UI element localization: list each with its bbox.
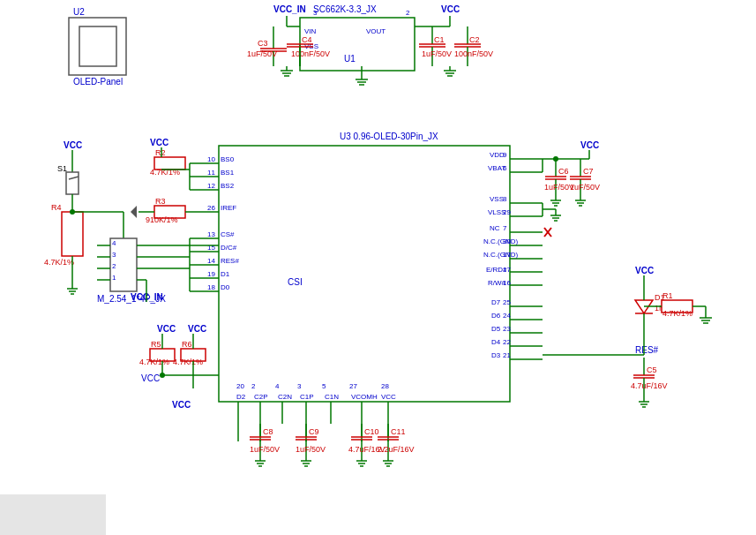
u1-vin: VIN: [304, 27, 317, 35]
svg-text:20: 20: [236, 382, 244, 390]
svg-text:18: 18: [207, 283, 215, 291]
c9-val: 1uF/50V: [296, 445, 326, 454]
svg-text:5: 5: [322, 382, 326, 390]
u1-ref: U1: [344, 54, 356, 64]
vcc-in-top: VCC_IN: [273, 4, 306, 14]
c1-val: 1uF/50V: [422, 49, 452, 58]
d1-pin-label: D1: [221, 270, 230, 278]
c11-ref: C11: [391, 427, 406, 436]
svg-text:12: 12: [207, 182, 215, 190]
svg-text:26: 26: [207, 204, 215, 212]
res-right-label: RES#: [635, 345, 659, 355]
svg-text:2: 2: [251, 382, 256, 390]
bs0-label: BS0: [221, 155, 235, 163]
schematic-container: OLED-Panel U2 VCC_IN SC662K-3.3_JX VCC V…: [0, 0, 756, 535]
d2-label: D2: [236, 393, 246, 401]
svg-text:17: 17: [503, 251, 511, 259]
svg-text:27: 27: [349, 382, 357, 390]
vcc-top-right: VCC: [441, 4, 460, 14]
junction-vcc-c6: [553, 156, 558, 162]
nc-label: NC: [490, 224, 500, 232]
vcc-r5: VCC: [157, 324, 176, 334]
svg-text:6: 6: [503, 164, 507, 172]
c3-val: 1uF/50V: [247, 49, 277, 58]
svg-text:29: 29: [503, 208, 511, 216]
junction-s1-r4: [70, 209, 75, 215]
svg-text:28: 28: [381, 382, 389, 390]
r5-val: 4.7K/1%: [139, 358, 169, 366]
svg-text:14: 14: [207, 257, 215, 265]
svg-text:24: 24: [503, 312, 511, 320]
c3-ref: C3: [258, 39, 268, 48]
u1-pin3: 3: [313, 9, 318, 17]
c2n-label: C2N: [278, 393, 292, 401]
c1-ref: C1: [434, 35, 445, 44]
c5-ref: C5: [647, 365, 657, 374]
svg-text:25: 25: [503, 298, 511, 306]
svg-text:10: 10: [207, 155, 215, 163]
svg-text:4: 4: [112, 239, 116, 247]
r6-ref: R6: [182, 340, 192, 349]
c7-ref: C7: [583, 167, 594, 176]
svg-text:4: 4: [275, 382, 280, 390]
u1-pin2: 2: [406, 9, 410, 17]
vss-label: VSS: [490, 195, 504, 203]
c8-ref: C8: [263, 427, 273, 436]
csi-label: CSI: [288, 277, 303, 287]
c9-ref: C9: [309, 427, 319, 436]
r3-ref: R3: [155, 197, 166, 206]
d3-label: D3: [491, 351, 501, 359]
r1-val: 4.7K/1%: [662, 309, 692, 318]
svg-text:3: 3: [112, 251, 116, 259]
svg-text:1: 1: [112, 274, 116, 282]
r5-ref: R5: [151, 340, 161, 349]
dc-label: D/C#: [221, 244, 237, 252]
watermark-area: [0, 494, 106, 535]
vcc-right: VCC: [635, 266, 654, 275]
c7-val: 1uF/50V: [570, 183, 600, 192]
r4-val: 4.7K/1%: [44, 258, 74, 267]
vcomh-label: VCOMH: [351, 393, 378, 401]
vcc-r6: VCC: [188, 324, 206, 334]
svg-text:2: 2: [112, 262, 116, 270]
c6-ref: C6: [558, 167, 569, 176]
r1-ref: R1: [662, 291, 673, 300]
svg-text:3: 3: [297, 382, 302, 390]
c8-val: 1uF/50V: [250, 445, 280, 454]
c1n-label: C1N: [325, 393, 339, 401]
c4-val: 100nF/50V: [291, 49, 330, 58]
bs2-label: BS2: [221, 182, 235, 190]
c2-val: 100nF/50V: [454, 49, 493, 58]
svg-text:8: 8: [503, 195, 507, 203]
u2-label: OLED-Panel: [73, 77, 123, 87]
svg-text:22: 22: [503, 338, 511, 346]
vcc-u3-right: VCC: [580, 140, 599, 150]
c11-val: 2.2uF/16V: [378, 445, 415, 454]
r3-val: 910K/1%: [146, 215, 178, 224]
iref-label: IREF: [221, 204, 236, 212]
c2p-label: C2P: [254, 393, 268, 401]
c2-ref: C2: [469, 35, 480, 44]
nc-gnd-17: N.C.(GND): [483, 251, 518, 259]
s1-symbol: [66, 172, 79, 194]
svg-text:21: 21: [503, 351, 511, 359]
c10-ref: C10: [364, 427, 379, 436]
u1-title: SC662K-3.3_JX: [313, 4, 377, 14]
d6-label: D6: [491, 312, 501, 320]
vcc-left: VCC: [64, 140, 82, 150]
vcc-r2: VCC: [150, 138, 168, 147]
d5-label: D5: [491, 325, 501, 333]
d4-label: D4: [491, 338, 501, 346]
svg-text:7: 7: [503, 224, 507, 232]
r2-ref: R2: [155, 148, 166, 157]
d0-pin-label: D0: [221, 283, 230, 291]
cs-label: CS#: [221, 230, 235, 238]
bs1-label: BS1: [221, 169, 235, 177]
u1-vout: VOUT: [366, 27, 385, 35]
r4-ref: R4: [51, 203, 62, 212]
res-left-label: RES#: [221, 257, 239, 265]
vcc-bottom: VCC: [172, 400, 191, 410]
r6-val: 4.7K/1%: [173, 358, 203, 366]
u2-ref: U2: [73, 7, 85, 17]
svg-rect-0: [79, 26, 116, 66]
